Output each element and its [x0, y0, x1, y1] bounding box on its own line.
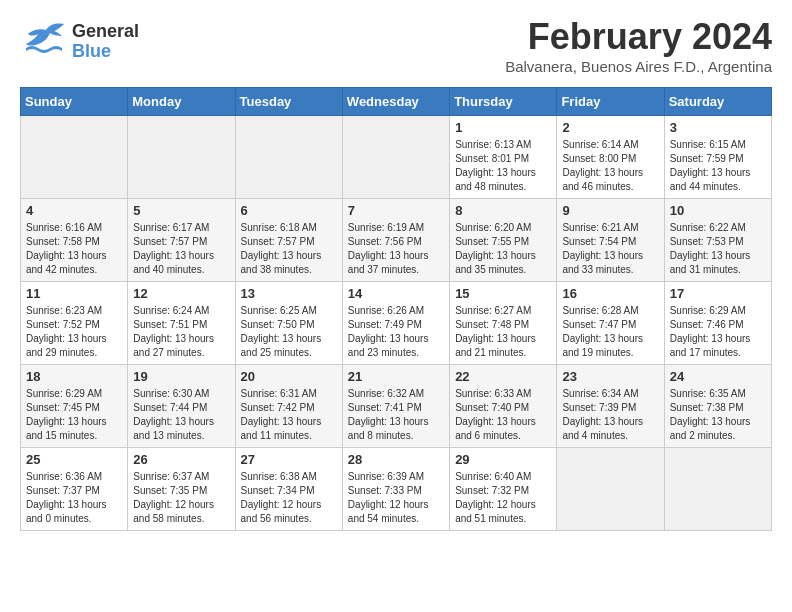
- cell-info: Sunrise: 6:22 AM Sunset: 7:53 PM Dayligh…: [670, 221, 766, 277]
- calendar-cell: 7Sunrise: 6:19 AM Sunset: 7:56 PM Daylig…: [342, 199, 449, 282]
- day-number: 16: [562, 286, 658, 301]
- day-number: 19: [133, 369, 229, 384]
- calendar-cell: 29Sunrise: 6:40 AM Sunset: 7:32 PM Dayli…: [450, 448, 557, 531]
- cell-info: Sunrise: 6:33 AM Sunset: 7:40 PM Dayligh…: [455, 387, 551, 443]
- cell-info: Sunrise: 6:39 AM Sunset: 7:33 PM Dayligh…: [348, 470, 444, 526]
- day-number: 20: [241, 369, 337, 384]
- day-number: 8: [455, 203, 551, 218]
- cell-info: Sunrise: 6:15 AM Sunset: 7:59 PM Dayligh…: [670, 138, 766, 194]
- calendar-header-row: SundayMondayTuesdayWednesdayThursdayFrid…: [21, 88, 772, 116]
- day-number: 6: [241, 203, 337, 218]
- cell-info: Sunrise: 6:35 AM Sunset: 7:38 PM Dayligh…: [670, 387, 766, 443]
- calendar-cell: 22Sunrise: 6:33 AM Sunset: 7:40 PM Dayli…: [450, 365, 557, 448]
- day-number: 11: [26, 286, 122, 301]
- cell-info: Sunrise: 6:18 AM Sunset: 7:57 PM Dayligh…: [241, 221, 337, 277]
- day-number: 29: [455, 452, 551, 467]
- header-friday: Friday: [557, 88, 664, 116]
- calendar-cell: [664, 448, 771, 531]
- calendar-cell: 20Sunrise: 6:31 AM Sunset: 7:42 PM Dayli…: [235, 365, 342, 448]
- day-number: 18: [26, 369, 122, 384]
- cell-info: Sunrise: 6:27 AM Sunset: 7:48 PM Dayligh…: [455, 304, 551, 360]
- cell-info: Sunrise: 6:31 AM Sunset: 7:42 PM Dayligh…: [241, 387, 337, 443]
- calendar-cell: 16Sunrise: 6:28 AM Sunset: 7:47 PM Dayli…: [557, 282, 664, 365]
- cell-info: Sunrise: 6:19 AM Sunset: 7:56 PM Dayligh…: [348, 221, 444, 277]
- cell-info: Sunrise: 6:38 AM Sunset: 7:34 PM Dayligh…: [241, 470, 337, 526]
- cell-info: Sunrise: 6:14 AM Sunset: 8:00 PM Dayligh…: [562, 138, 658, 194]
- calendar-cell: 27Sunrise: 6:38 AM Sunset: 7:34 PM Dayli…: [235, 448, 342, 531]
- header-tuesday: Tuesday: [235, 88, 342, 116]
- logo-text-general: General: [72, 22, 139, 42]
- subtitle: Balvanera, Buenos Aires F.D., Argentina: [505, 58, 772, 75]
- calendar-cell: 26Sunrise: 6:37 AM Sunset: 7:35 PM Dayli…: [128, 448, 235, 531]
- header-thursday: Thursday: [450, 88, 557, 116]
- day-number: 1: [455, 120, 551, 135]
- cell-info: Sunrise: 6:32 AM Sunset: 7:41 PM Dayligh…: [348, 387, 444, 443]
- cell-info: Sunrise: 6:17 AM Sunset: 7:57 PM Dayligh…: [133, 221, 229, 277]
- day-number: 26: [133, 452, 229, 467]
- cell-info: Sunrise: 6:29 AM Sunset: 7:46 PM Dayligh…: [670, 304, 766, 360]
- day-number: 21: [348, 369, 444, 384]
- cell-info: Sunrise: 6:24 AM Sunset: 7:51 PM Dayligh…: [133, 304, 229, 360]
- calendar-cell: 19Sunrise: 6:30 AM Sunset: 7:44 PM Dayli…: [128, 365, 235, 448]
- cell-info: Sunrise: 6:37 AM Sunset: 7:35 PM Dayligh…: [133, 470, 229, 526]
- day-number: 3: [670, 120, 766, 135]
- day-number: 22: [455, 369, 551, 384]
- title-section: February 2024 Balvanera, Buenos Aires F.…: [505, 16, 772, 75]
- cell-info: Sunrise: 6:21 AM Sunset: 7:54 PM Dayligh…: [562, 221, 658, 277]
- calendar-cell: 25Sunrise: 6:36 AM Sunset: 7:37 PM Dayli…: [21, 448, 128, 531]
- week-row-4: 18Sunrise: 6:29 AM Sunset: 7:45 PM Dayli…: [21, 365, 772, 448]
- cell-info: Sunrise: 6:34 AM Sunset: 7:39 PM Dayligh…: [562, 387, 658, 443]
- week-row-5: 25Sunrise: 6:36 AM Sunset: 7:37 PM Dayli…: [21, 448, 772, 531]
- calendar-cell: 4Sunrise: 6:16 AM Sunset: 7:58 PM Daylig…: [21, 199, 128, 282]
- calendar-table: SundayMondayTuesdayWednesdayThursdayFrid…: [20, 87, 772, 531]
- calendar-cell: 12Sunrise: 6:24 AM Sunset: 7:51 PM Dayli…: [128, 282, 235, 365]
- calendar-cell: 21Sunrise: 6:32 AM Sunset: 7:41 PM Dayli…: [342, 365, 449, 448]
- calendar-cell: 8Sunrise: 6:20 AM Sunset: 7:55 PM Daylig…: [450, 199, 557, 282]
- week-row-1: 1Sunrise: 6:13 AM Sunset: 8:01 PM Daylig…: [21, 116, 772, 199]
- cell-info: Sunrise: 6:30 AM Sunset: 7:44 PM Dayligh…: [133, 387, 229, 443]
- logo-text-blue: Blue: [72, 42, 139, 62]
- day-number: 15: [455, 286, 551, 301]
- cell-info: Sunrise: 6:36 AM Sunset: 7:37 PM Dayligh…: [26, 470, 122, 526]
- week-row-2: 4Sunrise: 6:16 AM Sunset: 7:58 PM Daylig…: [21, 199, 772, 282]
- day-number: 12: [133, 286, 229, 301]
- calendar-cell: 1Sunrise: 6:13 AM Sunset: 8:01 PM Daylig…: [450, 116, 557, 199]
- header-monday: Monday: [128, 88, 235, 116]
- calendar-cell: 9Sunrise: 6:21 AM Sunset: 7:54 PM Daylig…: [557, 199, 664, 282]
- cell-info: Sunrise: 6:23 AM Sunset: 7:52 PM Dayligh…: [26, 304, 122, 360]
- calendar-cell: 5Sunrise: 6:17 AM Sunset: 7:57 PM Daylig…: [128, 199, 235, 282]
- header-saturday: Saturday: [664, 88, 771, 116]
- main-title: February 2024: [505, 16, 772, 58]
- day-number: 17: [670, 286, 766, 301]
- calendar-cell: 10Sunrise: 6:22 AM Sunset: 7:53 PM Dayli…: [664, 199, 771, 282]
- day-number: 4: [26, 203, 122, 218]
- day-number: 5: [133, 203, 229, 218]
- cell-info: Sunrise: 6:25 AM Sunset: 7:50 PM Dayligh…: [241, 304, 337, 360]
- day-number: 28: [348, 452, 444, 467]
- calendar-cell: 2Sunrise: 6:14 AM Sunset: 8:00 PM Daylig…: [557, 116, 664, 199]
- day-number: 24: [670, 369, 766, 384]
- calendar-cell: [557, 448, 664, 531]
- calendar-cell: 11Sunrise: 6:23 AM Sunset: 7:52 PM Dayli…: [21, 282, 128, 365]
- calendar-cell: [21, 116, 128, 199]
- day-number: 27: [241, 452, 337, 467]
- calendar-cell: 18Sunrise: 6:29 AM Sunset: 7:45 PM Dayli…: [21, 365, 128, 448]
- cell-info: Sunrise: 6:16 AM Sunset: 7:58 PM Dayligh…: [26, 221, 122, 277]
- cell-info: Sunrise: 6:40 AM Sunset: 7:32 PM Dayligh…: [455, 470, 551, 526]
- day-number: 23: [562, 369, 658, 384]
- cell-info: Sunrise: 6:20 AM Sunset: 7:55 PM Dayligh…: [455, 221, 551, 277]
- calendar-cell: [128, 116, 235, 199]
- calendar-cell: 15Sunrise: 6:27 AM Sunset: 7:48 PM Dayli…: [450, 282, 557, 365]
- calendar-cell: [342, 116, 449, 199]
- logo: General Blue: [20, 16, 139, 68]
- cell-info: Sunrise: 6:26 AM Sunset: 7:49 PM Dayligh…: [348, 304, 444, 360]
- calendar-cell: 14Sunrise: 6:26 AM Sunset: 7:49 PM Dayli…: [342, 282, 449, 365]
- header-sunday: Sunday: [21, 88, 128, 116]
- cell-info: Sunrise: 6:13 AM Sunset: 8:01 PM Dayligh…: [455, 138, 551, 194]
- day-number: 14: [348, 286, 444, 301]
- calendar-cell: 13Sunrise: 6:25 AM Sunset: 7:50 PM Dayli…: [235, 282, 342, 365]
- logo-icon: [20, 16, 68, 64]
- calendar-cell: 24Sunrise: 6:35 AM Sunset: 7:38 PM Dayli…: [664, 365, 771, 448]
- day-number: 2: [562, 120, 658, 135]
- day-number: 13: [241, 286, 337, 301]
